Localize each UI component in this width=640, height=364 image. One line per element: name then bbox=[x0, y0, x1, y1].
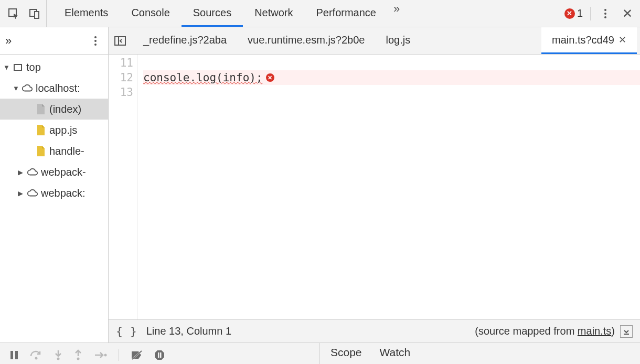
tree-label: (index) bbox=[49, 103, 81, 115]
code-line[interactable] bbox=[143, 56, 640, 70]
svg-rect-2 bbox=[35, 12, 39, 18]
line-number: 11 bbox=[109, 56, 133, 70]
disclosure-triangle-icon[interactable]: ▼ bbox=[13, 84, 19, 92]
tree-label: handle- bbox=[49, 145, 84, 157]
debugger-bar: Scope Watch bbox=[0, 343, 640, 364]
toolbar-left bbox=[0, 0, 47, 27]
tree-node-localhost[interactable]: ▼ localhost: bbox=[0, 78, 108, 99]
settings-kebab-icon[interactable] bbox=[598, 6, 613, 21]
file-tab-label: log.js bbox=[386, 34, 410, 46]
status-right: (source mapped from main.ts) bbox=[475, 325, 633, 338]
file-tree: ▼ top ▼ localhost: (index) bbox=[0, 55, 108, 342]
code-lines: console.log(info); ✕ bbox=[138, 55, 640, 319]
tab-performance[interactable]: Performance bbox=[305, 0, 388, 27]
inline-error-icon[interactable]: ✕ bbox=[266, 73, 274, 82]
step-over-icon[interactable] bbox=[29, 350, 43, 360]
disclosure-triangle-icon[interactable]: ▶ bbox=[18, 189, 24, 197]
toggle-navigator-icon[interactable] bbox=[112, 33, 129, 49]
tab-console[interactable]: Console bbox=[120, 0, 181, 27]
pretty-print-icon[interactable]: { } bbox=[116, 325, 137, 338]
close-tab-icon[interactable]: ✕ bbox=[618, 34, 626, 46]
svg-point-13 bbox=[77, 358, 80, 360]
error-icon: ✕ bbox=[564, 8, 575, 19]
tree-label: webpack: bbox=[41, 187, 86, 199]
pause-icon[interactable] bbox=[9, 350, 19, 360]
tree-label: webpack- bbox=[41, 166, 86, 178]
svg-point-9 bbox=[35, 357, 38, 360]
step-icon[interactable] bbox=[93, 350, 107, 360]
debugger-controls bbox=[0, 343, 320, 364]
js-file-icon bbox=[35, 145, 47, 157]
main-tabs: Elements Console Sources Network Perform… bbox=[47, 0, 559, 27]
sidebar-more-icon[interactable]: » bbox=[5, 34, 12, 48]
tree-label: localhost: bbox=[36, 82, 80, 94]
step-into-icon[interactable] bbox=[54, 349, 63, 361]
devtools-toolbar: Elements Console Sources Network Perform… bbox=[0, 0, 640, 27]
file-icon bbox=[35, 103, 47, 115]
file-tab-logjs[interactable]: log.js bbox=[375, 27, 421, 54]
tab-elements[interactable]: Elements bbox=[53, 0, 120, 27]
source-map-link[interactable]: main.ts bbox=[578, 325, 611, 337]
collapse-panel-icon[interactable] bbox=[620, 325, 633, 338]
content-area: » ▼ top ▼ localhost: bbox=[0, 27, 640, 343]
separator bbox=[590, 7, 591, 20]
file-tab-label: _redefine.js?2aba bbox=[143, 34, 227, 46]
tab-sources[interactable]: Sources bbox=[182, 0, 243, 27]
debugger-side-tabs: Scope Watch bbox=[320, 343, 421, 359]
step-out-icon[interactable] bbox=[73, 349, 83, 361]
tree-node-top[interactable]: ▼ top bbox=[0, 57, 108, 78]
inspect-icon[interactable] bbox=[6, 6, 21, 21]
line-gutter: 11 12 13 bbox=[109, 55, 138, 319]
file-tab-vue-runtime[interactable]: vue.runtime.esm.js?2b0e bbox=[237, 27, 375, 54]
editor-status-bar: { } Line 13, Column 1 (source mapped fro… bbox=[109, 319, 640, 342]
cursor-position: Line 13, Column 1 bbox=[146, 325, 231, 337]
separator bbox=[119, 349, 119, 361]
file-tabs: _redefine.js?2aba vue.runtime.esm.js?2b0… bbox=[109, 27, 640, 55]
disclosure-triangle-icon[interactable]: ▼ bbox=[3, 63, 9, 71]
navigator-sidebar: » ▼ top ▼ localhost: bbox=[0, 27, 109, 342]
tree-node-appjs[interactable]: app.js bbox=[0, 120, 108, 141]
error-count-badge[interactable]: ✕ 1 bbox=[564, 7, 583, 19]
tree-label: top bbox=[26, 61, 41, 73]
file-tab-redefine[interactable]: _redefine.js?2aba bbox=[133, 27, 237, 54]
tree-node-webpack2[interactable]: ▶ webpack: bbox=[0, 183, 108, 204]
editor-panel: _redefine.js?2aba vue.runtime.esm.js?2b0… bbox=[109, 27, 640, 342]
code-text: console.log(info); bbox=[143, 70, 263, 85]
js-file-icon bbox=[35, 124, 47, 136]
svg-rect-19 bbox=[160, 352, 162, 358]
pause-on-exceptions-icon[interactable] bbox=[154, 349, 165, 361]
toolbar-right: ✕ 1 ✕ bbox=[559, 6, 640, 21]
device-toggle-icon[interactable] bbox=[27, 6, 42, 21]
tab-network[interactable]: Network bbox=[243, 0, 304, 27]
svg-rect-18 bbox=[158, 352, 159, 358]
cloud-icon bbox=[26, 166, 39, 178]
deactivate-breakpoints-icon[interactable] bbox=[131, 350, 143, 360]
code-line-error[interactable]: console.log(info); ✕ bbox=[143, 70, 640, 85]
svg-point-11 bbox=[57, 358, 60, 360]
file-tab-main-ts[interactable]: main.ts?cd49 ✕ bbox=[541, 27, 637, 54]
tab-watch[interactable]: Watch bbox=[380, 346, 411, 359]
line-number: 12 bbox=[109, 70, 133, 85]
file-tab-label: vue.runtime.esm.js?2b0e bbox=[248, 34, 365, 46]
tree-node-index[interactable]: (index) bbox=[0, 99, 108, 120]
code-line[interactable] bbox=[143, 85, 640, 100]
cloud-icon bbox=[21, 82, 34, 94]
sidebar-header: » bbox=[0, 27, 108, 55]
svg-rect-8 bbox=[15, 351, 18, 359]
line-number: 13 bbox=[109, 85, 133, 100]
disclosure-triangle-icon[interactable]: ▶ bbox=[18, 168, 24, 176]
tree-node-webpack1[interactable]: ▶ webpack- bbox=[0, 162, 108, 183]
svg-rect-3 bbox=[14, 65, 22, 70]
code-editor[interactable]: 11 12 13 console.log(info); ✕ bbox=[109, 55, 640, 319]
tree-node-handle[interactable]: handle- bbox=[0, 141, 108, 162]
sidebar-kebab-icon[interactable] bbox=[88, 34, 103, 48]
svg-rect-7 bbox=[10, 351, 13, 359]
source-map-info: (source mapped from main.ts) bbox=[475, 325, 615, 337]
tab-scope[interactable]: Scope bbox=[330, 346, 362, 359]
tree-label: app.js bbox=[49, 124, 77, 136]
more-tabs-chevron-icon[interactable]: » bbox=[388, 0, 406, 18]
file-tab-label: main.ts?cd49 bbox=[552, 34, 614, 46]
cloud-icon bbox=[26, 187, 39, 199]
svg-point-15 bbox=[104, 354, 107, 357]
close-devtools-icon[interactable]: ✕ bbox=[620, 6, 635, 21]
